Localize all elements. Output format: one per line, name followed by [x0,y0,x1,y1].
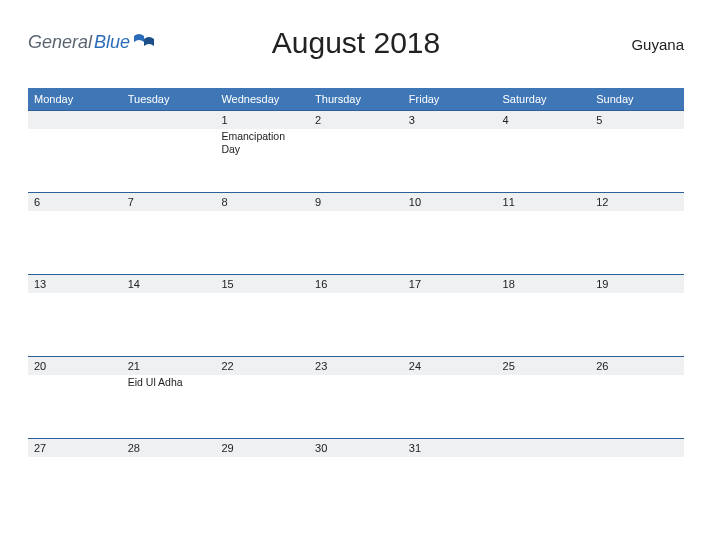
weekday-header: Sunday [590,88,684,111]
week-row: 20 21Eid Ul Adha 22 23 24 25 26 [28,357,684,439]
header: General Blue August 2018 Guyana [28,18,684,78]
globe-flag-icon [134,32,154,50]
weekday-header: Tuesday [122,88,216,111]
weekday-header: Saturday [497,88,591,111]
day-cell [122,111,216,193]
day-cell: 9 [309,193,403,275]
date-number [590,439,684,457]
day-cell: 30 [309,439,403,521]
date-number [28,111,122,129]
date-number: 15 [215,275,309,293]
page-title: August 2018 [272,26,440,60]
day-cell: 22 [215,357,309,439]
day-cell: 21Eid Ul Adha [122,357,216,439]
event-label: Emancipation Day [215,129,309,155]
day-cell: 28 [122,439,216,521]
date-number: 29 [215,439,309,457]
weekday-header-row: Monday Tuesday Wednesday Thursday Friday… [28,88,684,111]
date-number: 2 [309,111,403,129]
day-cell: 6 [28,193,122,275]
date-number: 8 [215,193,309,211]
date-number: 20 [28,357,122,375]
day-cell: 27 [28,439,122,521]
date-number: 22 [215,357,309,375]
day-cell: 24 [403,357,497,439]
date-number: 18 [497,275,591,293]
date-number: 19 [590,275,684,293]
day-cell [28,111,122,193]
date-number: 12 [590,193,684,211]
day-cell: 15 [215,275,309,357]
date-number: 10 [403,193,497,211]
week-row: 6 7 8 9 10 11 12 [28,193,684,275]
weekday-header: Friday [403,88,497,111]
date-number: 26 [590,357,684,375]
date-number: 23 [309,357,403,375]
weekday-header: Wednesday [215,88,309,111]
day-cell: 3 [403,111,497,193]
date-number [122,111,216,129]
logo-text-blue: Blue [94,32,130,53]
day-cell: 18 [497,275,591,357]
weekday-header: Thursday [309,88,403,111]
day-cell: 2 [309,111,403,193]
day-cell: 14 [122,275,216,357]
date-number: 30 [309,439,403,457]
date-number: 7 [122,193,216,211]
brand-logo: General Blue [28,32,154,53]
day-cell: 31 [403,439,497,521]
day-cell: 7 [122,193,216,275]
day-cell: 8 [215,193,309,275]
date-number: 3 [403,111,497,129]
date-number: 21 [122,357,216,375]
day-cell: 1Emancipation Day [215,111,309,193]
date-number: 16 [309,275,403,293]
day-cell [497,439,591,521]
date-number: 17 [403,275,497,293]
day-cell: 10 [403,193,497,275]
date-number: 1 [215,111,309,129]
date-number: 25 [497,357,591,375]
day-cell: 4 [497,111,591,193]
day-cell: 11 [497,193,591,275]
date-number: 6 [28,193,122,211]
calendar-grid: Monday Tuesday Wednesday Thursday Friday… [28,88,684,521]
day-cell: 5 [590,111,684,193]
logo-text-general: General [28,32,92,53]
weekday-header: Monday [28,88,122,111]
week-row: 27 28 29 30 31 [28,439,684,521]
day-cell: 26 [590,357,684,439]
week-row: 13 14 15 16 17 18 19 [28,275,684,357]
date-number: 13 [28,275,122,293]
day-cell: 17 [403,275,497,357]
date-number: 11 [497,193,591,211]
date-number: 27 [28,439,122,457]
date-number [497,439,591,457]
event-label: Eid Ul Adha [122,375,216,389]
day-cell: 29 [215,439,309,521]
day-cell [590,439,684,521]
date-number: 14 [122,275,216,293]
day-cell: 20 [28,357,122,439]
date-number: 28 [122,439,216,457]
date-number: 5 [590,111,684,129]
date-number: 4 [497,111,591,129]
day-cell: 25 [497,357,591,439]
date-number: 24 [403,357,497,375]
day-cell: 13 [28,275,122,357]
day-cell: 19 [590,275,684,357]
region-label: Guyana [631,36,684,53]
date-number: 31 [403,439,497,457]
week-row: 1Emancipation Day 2 3 4 5 [28,111,684,193]
day-cell: 12 [590,193,684,275]
date-number: 9 [309,193,403,211]
day-cell: 23 [309,357,403,439]
day-cell: 16 [309,275,403,357]
